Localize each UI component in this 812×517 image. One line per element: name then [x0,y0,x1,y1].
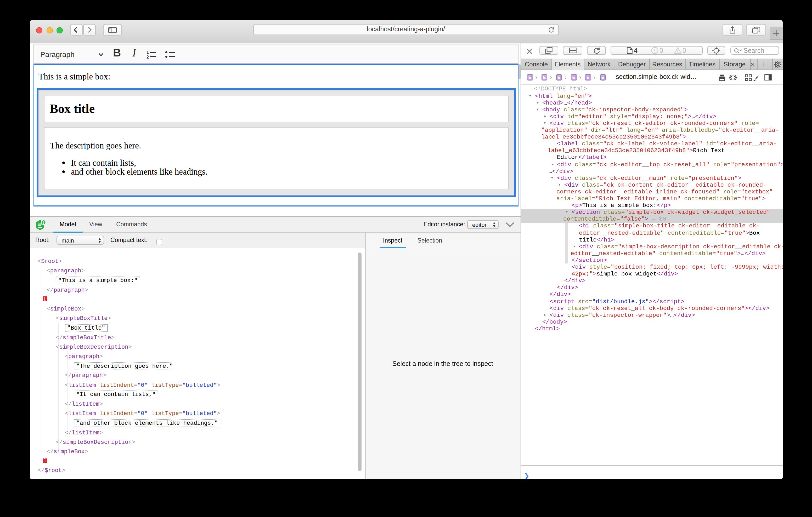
svg-text:1: 1 [146,50,149,55]
svg-text:2: 2 [146,55,149,59]
svg-text:5: 5 [42,221,44,224]
